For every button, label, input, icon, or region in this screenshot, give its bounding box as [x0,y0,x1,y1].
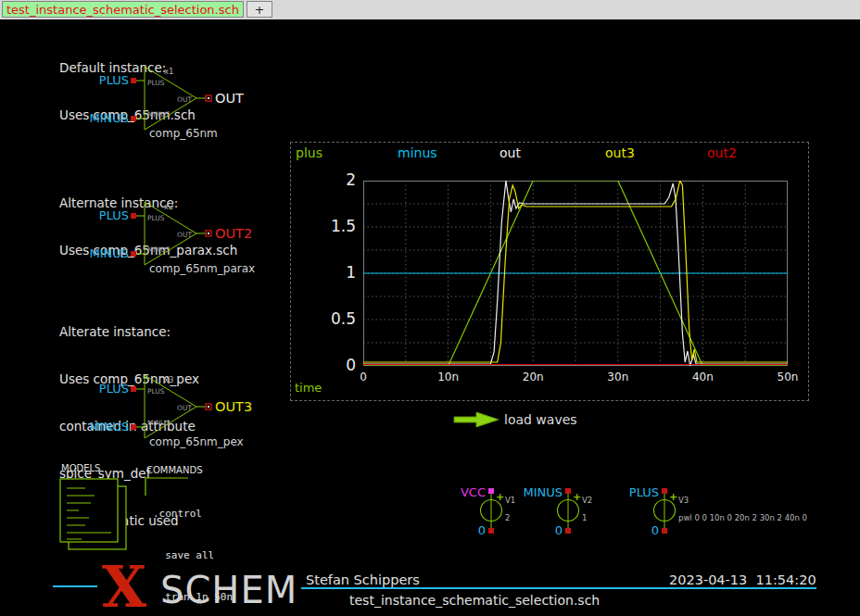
symbol-name: comp_65nm [149,127,218,140]
y-tick: 0.5 [291,309,356,328]
titleblock-line [301,587,816,589]
source-value: pwl 0 0 10n 0 20n 2 30n 2 40n 0 [678,513,807,522]
symbol-name: comp_65nm_parax [149,262,255,275]
x-tick: 40n [692,371,714,383]
source-ref: V2 [582,496,592,505]
net-label-plus: PLUS [99,73,129,87]
plus-sign: + [496,491,504,503]
comparator-x3[interactable]: PLUS MINUS x3 PLUS MINUS OUT OUT3 comp_6… [88,368,273,453]
pin-bottom [488,528,494,534]
pin-label-plus: PLUS [147,214,165,222]
net-label: PLUS [629,485,659,499]
pin-label-plus: PLUS [147,79,165,87]
pin-bottom [565,528,571,534]
net-label-out: OUT2 [215,226,252,241]
load-waves-label[interactable]: load waves [504,412,577,427]
pin-label-minus: MINUS [147,110,171,119]
load-waves-launcher[interactable] [452,410,502,429]
y-tick: 1 [291,263,356,282]
source-value: 1 [582,513,587,522]
tab-active-label: test_instance_schematic_selection.sch [6,3,239,17]
instance-ref: x3 [164,375,173,384]
net-label-out: OUT3 [215,399,252,414]
plot-area[interactable] [363,181,788,366]
net-label-plus: PLUS [99,382,129,396]
instance-ref: x2 [164,202,173,211]
launcher-arrow-icon [454,412,499,427]
datetime-text: 2023-04-13 11:54:20 [669,572,816,587]
pin-plus [131,78,136,83]
pin-label-minus: MINUS [147,245,171,254]
pin-label-out: OUT [177,231,192,239]
models-icon[interactable] [57,473,132,557]
plus-sign: + [669,491,677,503]
x-axis-label: time [295,381,322,395]
tab-bar: test_instance_schematic_selection.sch + [0,0,860,19]
pin-out-center [208,233,209,234]
gnd-label: 0 [478,523,486,537]
plus-icon: + [254,3,264,17]
legend-out2[interactable]: out2 [707,145,737,160]
x-tick: 30n [607,371,628,383]
net-label-minus: MINUS [89,111,129,125]
y-tick: 0 [291,356,356,374]
x-tick: 0 [360,371,367,383]
symbol-name: comp_65nm_pex [149,435,244,448]
pin-out-center [208,97,209,99]
source-ref: V1 [505,496,515,505]
vsource-v3[interactable]: + PLUS V3 pwl 0 0 10n 0 20n 2 30n 2 40n … [632,484,817,539]
pin-bottom [662,528,667,534]
source-value: 2 [505,513,510,522]
gnd-label: 0 [555,523,563,537]
x-tick: 20n [523,371,544,383]
plus-sign: + [573,491,581,503]
legend-out3[interactable]: out3 [605,145,635,160]
net-label: VCC [461,485,486,499]
comparator-x1[interactable]: PLUS MINUS x1 PLUS MINUS OUT OUT comp_65… [88,59,273,145]
legend-out[interactable]: out [500,145,521,160]
pin-minus [131,251,136,257]
net-label-out: OUT [215,91,244,106]
pin-top [662,488,667,494]
pin-out-center [208,406,209,408]
net-label: MINUS [523,485,563,499]
author-text: Stefan Schippers [306,572,420,587]
y-tick: 2 [291,170,356,189]
instance-ref: x1 [164,67,173,76]
net-label-plus: PLUS [99,208,129,222]
sheet-title: test_instance_schematic_selection.sch [349,593,600,608]
logo-line [53,585,97,587]
net-label-minus: MINUS [89,246,129,260]
models-label: MODELS [61,463,100,473]
pin-minus [131,424,136,430]
pin-label-plus: PLUS [147,387,165,396]
xschem-logo-x: X [102,559,146,616]
x-tick: 10n [437,371,459,383]
source-ref: V3 [678,496,689,505]
pin-label-out: OUT [177,404,192,412]
pin-plus [131,386,136,392]
x-tick: 50n [778,371,799,383]
y-tick: 1.5 [291,217,356,235]
gnd-label: 0 [651,523,659,537]
pin-label-minus: MINUS [147,419,171,427]
waveform-graph[interactable]: plus minus out out3 out2 2 1.5 1 0.5 0 0… [290,142,809,401]
net-label-minus: MINUS [89,420,129,434]
new-tab-button[interactable]: + [247,1,272,18]
pin-plus [131,213,136,219]
pin-top [565,488,571,494]
pin-minus [131,116,136,121]
schematic-canvas[interactable]: Default instance: Uses comp_65nm.sch Alt… [0,19,860,616]
legend-minus[interactable]: minus [398,145,437,160]
comparator-x2[interactable]: PLUS MINUS x2 PLUS MINUS OUT OUT2 comp_6… [88,195,273,280]
pin-label-out: OUT [177,95,192,104]
legend-plus[interactable]: plus [296,145,322,160]
pin-top [488,488,494,494]
commands-label: COMMANDS [146,465,202,475]
tab-active[interactable]: test_instance_schematic_selection.sch [2,1,244,18]
xschem-logo-text: SCHEM [160,572,297,609]
